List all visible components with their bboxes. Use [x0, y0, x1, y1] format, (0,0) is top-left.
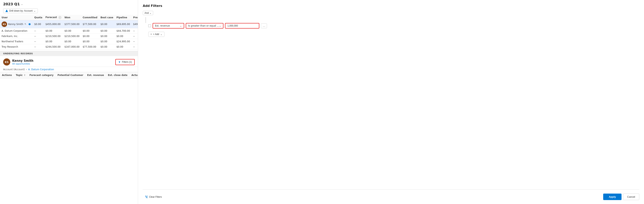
breadcrumb-parent: Account (Account)	[3, 68, 25, 71]
col-actions: Actions	[0, 72, 14, 78]
cell-won-trey: $167,000.00	[63, 44, 81, 50]
col-actual-revenue: Actual Revenue	[129, 72, 138, 78]
cell-forecast-adatum: $0.00	[44, 28, 63, 34]
user-cell-kenny: KS Kenny Smith !	[0, 20, 33, 28]
cell-pipeline-northwind: $24,995.00	[115, 39, 132, 44]
expand-icon[interactable]: !	[28, 23, 31, 26]
cell-won-kenny: $377,500.00	[63, 20, 81, 28]
filter-value-input[interactable]	[225, 23, 259, 28]
filter-operator-chevron-icon: ⌄	[219, 24, 221, 27]
cell-quota-kenny: $0.00	[33, 20, 44, 28]
cell-prediction-kenny: $499,013.25	[132, 20, 138, 28]
underlying-user-name: Kenny Smith	[12, 59, 33, 63]
cell-won-northwind: $0.00	[63, 39, 81, 44]
drill-down-button[interactable]: Drill down by: Account ⌄	[3, 8, 38, 13]
cell-quota-trey: --	[33, 44, 44, 50]
cell-forecast-trey: $244,500.00	[44, 44, 63, 50]
forecast-table-header-row: User Quota Forecast i Won Committed Best…	[0, 15, 138, 20]
cancel-button[interactable]: Cancel	[623, 194, 639, 200]
cell-quota-northwind: --	[33, 39, 44, 44]
filter-checkbox[interactable]	[148, 24, 151, 27]
cell-pipeline-adatum: $44,700.00	[115, 28, 132, 34]
more-options-icon: …	[263, 24, 265, 27]
cell-forecast-kenny: $455,000.00	[44, 20, 63, 28]
cell-quota-adatum: --	[33, 28, 44, 34]
cell-bestcase-kenny: $0.00	[99, 20, 115, 28]
cell-quota-fabrikam: --	[33, 34, 44, 39]
cell-name-adatum: A. Datum Corporation	[0, 28, 33, 34]
avatar-ks: KS	[2, 21, 7, 27]
navigate-icon[interactable]	[24, 23, 27, 26]
table-row-fabrikam: Fabrikam, Inc. -- $210,500.00 $210,500.0…	[0, 34, 138, 39]
year-dropdown-icon[interactable]: ⌄	[21, 3, 23, 5]
table-row-kenny: KS Kenny Smith !	[0, 20, 138, 28]
forecast-info-icon[interactable]: i	[58, 16, 61, 19]
breadcrumb-current: A. Datum Corporation	[28, 68, 54, 71]
filter-operator-dropdown[interactable]: Is greater than or equal ... ⌄	[186, 23, 224, 28]
forecast-table: User Quota Forecast i Won Committed Best…	[0, 15, 138, 50]
filter-field-label: Est. revenue	[155, 24, 170, 27]
breadcrumb: Account (Account) › A. Datum Corporation	[0, 67, 138, 72]
cell-committed-adatum: $0.00	[81, 28, 99, 34]
cell-bestcase-adatum: $0.00	[99, 28, 115, 34]
col-best-case: Best case	[99, 15, 115, 20]
add-icon: +	[150, 33, 152, 36]
clear-filters-button[interactable]: Clear Filters	[143, 194, 164, 200]
filter-more-options-button[interactable]: …	[261, 23, 267, 28]
avatar-large: KS	[3, 58, 10, 66]
funnel-icon: ▼	[118, 61, 121, 64]
table-row-adatum: A. Datum Corporation -- $0.00 $0.00 $0.0…	[0, 28, 138, 34]
col-won: Won	[63, 15, 81, 20]
cell-forecast-fabrikam: $210,500.00	[44, 34, 63, 39]
underlying-records-label: UNDERLYING RECORDS	[0, 51, 138, 56]
person-icon	[5, 9, 8, 12]
col-user: User	[0, 15, 33, 20]
col-forecast: Forecast i	[44, 15, 63, 20]
filter-field-chevron-icon: ⌄	[180, 24, 182, 27]
col-forecast-category: Forecast category	[28, 72, 56, 78]
cell-prediction-fabrikam: --	[132, 34, 138, 39]
svg-line-4	[145, 196, 148, 198]
cell-bestcase-trey: $0.00	[99, 44, 115, 50]
table-row-trey: Trey Research -- $244,500.00 $167,000.00…	[0, 44, 138, 50]
cell-bestcase-fabrikam: $0.00	[99, 34, 115, 39]
cell-pipeline-fabrikam: $0.00	[115, 34, 132, 39]
cell-name-northwind: Northwind Traders	[0, 39, 33, 44]
apply-button[interactable]: Apply	[603, 194, 621, 200]
filter-field-dropdown[interactable]: Est. revenue ⌄	[152, 23, 184, 28]
add-condition-button[interactable]: + + Add ⌄	[148, 32, 164, 37]
add-filters-title: Add Filters	[143, 4, 639, 8]
cell-pipeline-trey: $0.00	[115, 44, 132, 50]
year-title: 2023 Q1	[3, 2, 20, 6]
cell-name-trey: Trey Research	[0, 44, 33, 50]
breadcrumb-separator: ›	[26, 68, 27, 71]
and-chevron-icon: ⌄	[150, 12, 152, 14]
col-potential-customer: Potential Customer	[56, 72, 85, 78]
filters-button[interactable]: ▼ Filters (1)	[115, 59, 135, 65]
col-quota: Quota	[33, 15, 44, 20]
connector-line	[146, 17, 146, 23]
cell-committed-trey: $77,500.00	[81, 44, 99, 50]
col-est-close-date: Est. close date	[106, 72, 129, 78]
col-prediction: Prediction	[132, 15, 138, 20]
col-topic: Topic ↑	[14, 72, 28, 78]
clear-filters-label: Clear Filters	[149, 196, 162, 198]
col-pipeline: Pipeline	[115, 15, 132, 20]
svg-text:!: !	[29, 23, 30, 25]
add-chevron-icon: ⌄	[160, 33, 162, 36]
cell-pipeline-kenny: $69,695.00	[115, 20, 132, 28]
cell-prediction-trey: --	[132, 44, 138, 50]
and-button[interactable]: And ⌄	[143, 11, 153, 15]
cell-won-adatum: $0.00	[63, 28, 81, 34]
underlying-user-subtitle: All opportunities	[12, 63, 33, 65]
and-label: And	[144, 12, 149, 14]
underlying-user-info: KS Kenny Smith All opportunities	[3, 58, 33, 66]
filters-btn-label: Filters (1)	[122, 61, 132, 63]
add-condition-label: + Add	[153, 33, 159, 36]
table-row-northwind: Northwind Traders -- $0.00 $0.00 $0.00 $…	[0, 39, 138, 44]
records-table: Actions Topic ↑ Forecast category Potent…	[0, 72, 138, 78]
cell-committed-fabrikam: $0.00	[81, 34, 99, 39]
records-table-header: Actions Topic ↑ Forecast category Potent…	[0, 72, 138, 78]
drill-down-label: Drill down by: Account	[9, 9, 32, 12]
col-est-revenue: Est. revenue	[85, 72, 106, 78]
